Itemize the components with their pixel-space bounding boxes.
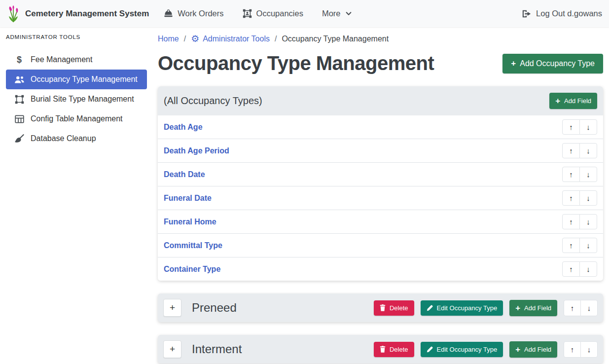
reorder-controls: ↑ ↓ (562, 167, 597, 182)
move-up-button[interactable]: ↑ (562, 143, 580, 158)
sidebar-item-fee-management[interactable]: $ Fee Management (6, 50, 147, 70)
move-down-button[interactable]: ↓ (579, 261, 597, 277)
nav-work-orders[interactable]: Work Orders (164, 9, 223, 18)
move-up-button[interactable]: ↑ (562, 238, 580, 253)
move-down-button[interactable]: ↓ (580, 300, 598, 316)
reorder-controls: ↑ ↓ (562, 119, 597, 135)
section-actions: Delete Edit Occupancy Type + Add Field ↑… (374, 300, 598, 316)
move-up-button[interactable]: ↑ (564, 341, 581, 358)
field-link-death-age-period[interactable]: Death Age Period (164, 146, 229, 155)
main-nav: Work Orders Occupancies More (164, 9, 352, 18)
edit-occupancy-type-button[interactable]: Edit Occupancy Type (421, 300, 503, 316)
sidebar-item-label: Config Table Management (31, 114, 123, 123)
field-row: Death Date ↑ ↓ (158, 162, 603, 186)
delete-label: Delete (390, 304, 408, 312)
occupancy-type-section-interment: + Interment Delete Edit Occupancy Type (158, 335, 603, 364)
logout-icon (522, 9, 532, 18)
sidebar-item-label: Fee Management (31, 55, 92, 64)
pencil-icon (427, 305, 433, 311)
field-row: Death Age Period ↑ ↓ (158, 139, 603, 162)
sidebar-item-occupancy-type-management[interactable]: Occupancy Type Management (6, 70, 147, 89)
users-icon (13, 75, 26, 84)
field-link-funeral-date[interactable]: Funeral Date (164, 194, 212, 203)
section-actions: Delete Edit Occupancy Type + Add Field ↑… (374, 341, 598, 358)
gear-icon: ⚙ (191, 34, 199, 43)
broom-icon (13, 134, 26, 143)
move-down-button[interactable]: ↓ (579, 143, 597, 158)
field-row: Container Type ↑ ↓ (158, 257, 603, 281)
trash-icon (380, 346, 386, 353)
brand[interactable]: Cemetery Management System (7, 4, 149, 23)
breadcrumb-home-link[interactable]: Home (158, 35, 179, 43)
move-down-button[interactable]: ↓ (579, 214, 597, 229)
add-field-button[interactable]: + Add Field (509, 341, 557, 358)
breadcrumb-admin-tools-link[interactable]: ⚙ Administrator Tools (191, 34, 270, 43)
sidebar-item-label: Database Cleanup (31, 134, 96, 143)
all-occupancy-types-header: (All Occupancy Types) + Add Field (158, 86, 603, 115)
pencil-icon (427, 346, 433, 353)
edit-occupancy-type-button[interactable]: Edit Occupancy Type (421, 342, 503, 357)
dollar-icon: $ (13, 55, 26, 65)
move-down-button[interactable]: ↓ (579, 167, 597, 182)
sidebar: Administrator Tools $ Fee Management Occ… (0, 27, 153, 364)
sidebar-item-label: Burial Site Type Management (31, 95, 134, 104)
field-row: Funeral Home ↑ ↓ (158, 210, 603, 233)
reorder-controls: ↑ ↓ (562, 261, 597, 277)
table-icon (13, 115, 26, 123)
field-link-death-date[interactable]: Death Date (164, 170, 205, 179)
sidebar-item-database-cleanup[interactable]: Database Cleanup (6, 129, 147, 148)
add-field-label: Add Field (524, 304, 551, 312)
field-row: Funeral Date ↑ ↓ (158, 186, 603, 210)
delete-button[interactable]: Delete (374, 342, 414, 357)
reorder-controls: ↑ ↓ (562, 238, 597, 253)
reorder-controls: ↑ ↓ (564, 341, 598, 358)
move-up-button[interactable]: ↑ (562, 190, 580, 206)
delete-label: Delete (390, 346, 408, 353)
add-field-label: Add Field (564, 97, 591, 105)
move-down-button[interactable]: ↓ (579, 119, 597, 135)
field-link-funeral-home[interactable]: Funeral Home (164, 218, 216, 226)
move-down-button[interactable]: ↓ (579, 190, 597, 206)
sidebar-item-label: Occupancy Type Management (31, 75, 138, 84)
reorder-controls: ↑ ↓ (562, 143, 597, 158)
add-occupancy-type-label: Add Occupancy Type (520, 59, 595, 68)
field-link-committal-type[interactable]: Committal Type (164, 241, 222, 250)
trash-icon (380, 304, 386, 311)
field-link-death-age[interactable]: Death Age (164, 123, 203, 132)
breadcrumb-current: Occupancy Type Management (282, 35, 389, 43)
move-up-button[interactable]: ↑ (562, 167, 580, 182)
move-down-button[interactable]: ↓ (579, 238, 597, 253)
occupancy-frame-icon (243, 9, 252, 18)
nav-occupancies[interactable]: Occupancies (243, 9, 303, 18)
move-up-button[interactable]: ↑ (564, 300, 581, 316)
section-title: Interment (192, 342, 242, 356)
add-field-button[interactable]: + Add Field (509, 300, 557, 316)
breadcrumb-separator: / (184, 35, 186, 43)
brand-name: Cemetery Management System (25, 9, 149, 19)
nav-more[interactable]: More (322, 9, 352, 18)
plus-icon: + (515, 345, 520, 354)
hard-hat-icon (164, 9, 173, 18)
logout-button[interactable]: Log Out d.gowans (522, 9, 602, 18)
breadcrumb: Home / ⚙ Administrator Tools / Occupancy… (158, 34, 603, 43)
sidebar-item-burial-site-type-management[interactable]: Burial Site Type Management (6, 89, 147, 109)
plus-icon: + (511, 59, 516, 68)
breadcrumb-separator: / (275, 35, 277, 43)
add-field-button[interactable]: + Add Field (549, 93, 597, 109)
section-title: Preneed (192, 301, 237, 315)
sidebar-item-config-table-management[interactable]: Config Table Management (6, 109, 147, 129)
add-field-label: Add Field (524, 346, 551, 353)
edit-occupancy-type-label: Edit Occupancy Type (437, 346, 498, 353)
move-up-button[interactable]: ↑ (562, 119, 580, 135)
expand-button[interactable]: + (163, 299, 181, 317)
expand-button[interactable]: + (163, 340, 181, 358)
plus-icon: + (555, 97, 560, 105)
field-link-container-type[interactable]: Container Type (164, 265, 220, 274)
add-occupancy-type-button[interactable]: + Add Occupancy Type (502, 54, 603, 73)
logout-label: Log Out d.gowans (536, 9, 602, 18)
move-up-button[interactable]: ↑ (562, 261, 580, 277)
move-down-button[interactable]: ↓ (580, 341, 598, 358)
page-title: Occupancy Type Management (158, 52, 434, 74)
delete-button[interactable]: Delete (374, 300, 414, 316)
move-up-button[interactable]: ↑ (562, 214, 580, 229)
